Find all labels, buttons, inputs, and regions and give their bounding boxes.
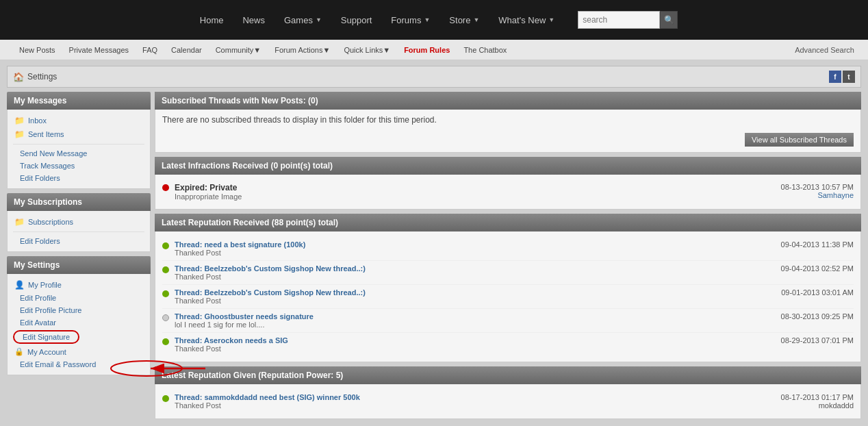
sidebar-my-account[interactable]: 🔒 My Account — [8, 345, 150, 358]
rep-row-2: Thread: Beelzzebob's Custom Sigshop New … — [162, 285, 854, 309]
sec-nav-quick-links[interactable]: Quick Links ▼ — [338, 40, 396, 60]
rep-thread-link-1[interactable]: Thread: Beelzzebob's Custom Sigshop New … — [175, 264, 781, 273]
rep-row-1: Thread: Beelzzebob's Custom Sigshop New … — [162, 261, 854, 285]
rep-given-text-0: Thread: sammokddadd need best (SIG) winn… — [175, 393, 781, 410]
sec-nav-private-messages[interactable]: Private Messages — [64, 40, 134, 60]
latest-rep-given-section: Latest Reputation Given (Reputation Powe… — [155, 366, 861, 419]
latest-rep-given-body: Thread: sammokddadd need best (SIG) winn… — [155, 384, 861, 419]
main-content-area: Subscribed Threads with New Posts: (0) T… — [155, 92, 861, 423]
nav-forums[interactable]: Forums ▼ — [381, 0, 439, 40]
rep-meta-1: 09-04-2013 02:52 PM — [781, 264, 854, 273]
rep-sub-2: Thanked Post — [175, 297, 781, 305]
advanced-search-link[interactable]: Advanced Search — [795, 46, 854, 54]
lock-icon: 🔒 — [14, 347, 24, 356]
folder-icon-sent: 📁 — [14, 129, 25, 139]
community-arrow-icon: ▼ — [253, 46, 261, 54]
rep-meta-4: 08-29-2013 07:01 PM — [781, 336, 854, 344]
divider — [13, 231, 144, 232]
rep-dot-3 — [162, 314, 169, 321]
nav-home[interactable]: Home — [190, 0, 233, 40]
sidebar-inbox[interactable]: 📁 Inbox — [8, 114, 150, 127]
my-subscriptions-header: My Subscriptions — [7, 193, 151, 211]
my-settings-header: My Settings — [7, 256, 151, 274]
facebook-icon[interactable]: f — [829, 71, 841, 83]
rep-meta-0: 09-04-2013 11:38 PM — [781, 240, 854, 249]
main-layout: My Messages 📁 Inbox 📁 Sent Items Send Ne… — [7, 92, 861, 423]
sidebar-subscriptions[interactable]: 📁 Subscriptions — [8, 215, 150, 229]
rep-dot-2 — [162, 290, 169, 297]
subscribed-threads-section: Subscribed Threads with New Posts: (0) T… — [155, 92, 861, 153]
rep-row-3: Thread: Ghoostbuster needs signature lol… — [162, 309, 854, 333]
rep-given-row-0: Thread: sammokddadd need best (SIG) winn… — [162, 390, 854, 413]
rep-sub-3: lol I need 1 sig for me lol.... — [175, 321, 781, 329]
subscribed-threads-header: Subscribed Threads with New Posts: (0) — [155, 92, 861, 110]
search-button[interactable]: 🔍 — [660, 11, 678, 29]
nav-store[interactable]: Store ▼ — [439, 0, 489, 40]
latest-rep-received-body: Thread: need a best signature (100k) Tha… — [155, 231, 861, 362]
sidebar-my-profile[interactable]: 👤 My Profile — [8, 278, 150, 292]
sec-nav-forum-rules[interactable]: Forum Rules — [398, 40, 455, 60]
sec-nav-forum-actions[interactable]: Forum Actions ▼ — [269, 40, 335, 60]
sec-nav-new-posts[interactable]: New Posts — [14, 40, 61, 60]
folder-icon-subscriptions: 📁 — [14, 217, 25, 227]
forums-arrow-icon: ▼ — [424, 16, 430, 23]
secondary-navigation: New Posts Private Messages FAQ Calendar … — [0, 40, 868, 60]
sidebar-edit-email-password[interactable]: Edit Email & Password — [8, 358, 150, 371]
sidebar-edit-profile-picture[interactable]: Edit Profile Picture — [8, 304, 150, 316]
my-messages-header: My Messages — [7, 92, 151, 110]
my-subscriptions-body: 📁 Subscriptions Edit Folders — [7, 211, 151, 252]
sidebar-my-messages: My Messages 📁 Inbox 📁 Sent Items Send Ne… — [7, 92, 151, 189]
rep-text-1: Thread: Beelzzebob's Custom Sigshop New … — [175, 264, 781, 281]
sidebar-my-subscriptions: My Subscriptions 📁 Subscriptions Edit Fo… — [7, 193, 151, 252]
rep-given-user-link-0[interactable]: mokdaddd — [781, 401, 854, 410]
infraction-title: Expired: Private — [175, 183, 781, 192]
quick-links-arrow-icon: ▼ — [383, 46, 390, 54]
nav-news[interactable]: News — [233, 0, 275, 40]
rep-dot-1 — [162, 266, 169, 273]
rep-thread-link-4[interactable]: Thread: Aserockon needs a SIG — [175, 336, 781, 344]
rep-given-thread-link-0[interactable]: Thread: sammokddadd need best (SIG) winn… — [175, 393, 781, 401]
whats-new-arrow-icon: ▼ — [548, 16, 554, 23]
sec-nav-community[interactable]: Community ▼ — [210, 40, 267, 60]
sidebar-edit-signature[interactable]: Edit Signature — [13, 330, 79, 344]
home-icon: 🏠 — [13, 72, 24, 82]
rep-row-0: Thread: need a best signature (100k) Tha… — [162, 237, 854, 261]
nav-links: Home News Games ▼ Support Forums ▼ Store… — [190, 0, 564, 40]
rep-text-2: Thread: Beelzzebob's Custom Sigshop New … — [175, 288, 781, 305]
sec-nav-faq[interactable]: FAQ — [137, 40, 163, 60]
rep-text-3: Thread: Ghoostbuster needs signature lol… — [175, 312, 781, 329]
sidebar-edit-folders-subscriptions[interactable]: Edit Folders — [8, 235, 150, 247]
sidebar-edit-folders-messages[interactable]: Edit Folders — [8, 172, 150, 184]
sec-nav-chatbox[interactable]: The Chatbox — [458, 40, 512, 60]
folder-icon: 📁 — [14, 116, 25, 125]
search-input[interactable] — [578, 11, 660, 29]
rep-given-dot-0 — [162, 395, 169, 402]
breadcrumb: 🏠 Settings f t — [7, 66, 861, 88]
twitter-icon[interactable]: t — [843, 71, 855, 83]
sidebar-send-new-message[interactable]: Send New Message — [8, 147, 150, 160]
sidebar-track-messages[interactable]: Track Messages — [8, 160, 150, 172]
infraction-user-link[interactable]: Samhayne — [781, 191, 854, 199]
sidebar-sent-items[interactable]: 📁 Sent Items — [8, 127, 150, 141]
latest-infractions-body: Expired: Private Inappropriate Image 08-… — [155, 175, 861, 210]
subscribed-threads-body: There are no subscribed threads to displ… — [155, 110, 861, 153]
latest-infractions-section: Latest Infractions Received (0 point(s) … — [155, 157, 861, 210]
nav-games[interactable]: Games ▼ — [275, 0, 331, 40]
games-arrow-icon: ▼ — [316, 16, 322, 23]
rep-thread-link-2[interactable]: Thread: Beelzzebob's Custom Sigshop New … — [175, 288, 781, 297]
rep-meta-2: 09-01-2013 03:01 AM — [781, 288, 854, 297]
rep-given-meta-0: 08-17-2013 01:17 PM mokdaddd — [781, 393, 854, 410]
latest-rep-given-header: Latest Reputation Given (Reputation Powe… — [155, 366, 861, 384]
nav-whats-new[interactable]: What's New ▼ — [489, 0, 564, 40]
nav-support[interactable]: Support — [331, 0, 382, 40]
rep-text-0: Thread: need a best signature (100k) Tha… — [175, 240, 781, 257]
infraction-meta: 08-13-2013 10:57 PM Samhayne — [781, 183, 854, 199]
sidebar-edit-avatar[interactable]: Edit Avatar — [8, 316, 150, 329]
rep-thread-link-0[interactable]: Thread: need a best signature (100k) — [175, 240, 781, 249]
rep-dot-0 — [162, 242, 169, 249]
sidebar-edit-profile[interactable]: Edit Profile — [8, 292, 150, 304]
store-arrow-icon: ▼ — [473, 16, 479, 23]
rep-thread-link-3[interactable]: Thread: Ghoostbuster needs signature — [175, 312, 781, 321]
sec-nav-calendar[interactable]: Calendar — [166, 40, 207, 60]
view-all-subscribed-btn[interactable]: View all Subscribed Threads — [745, 133, 854, 147]
